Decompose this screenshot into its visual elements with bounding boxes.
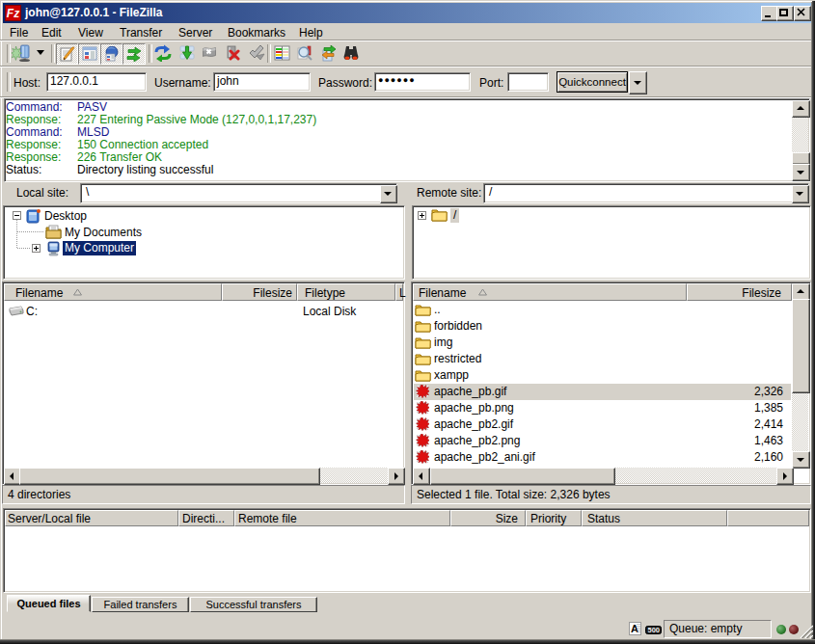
svg-text:500: 500 (648, 626, 661, 634)
